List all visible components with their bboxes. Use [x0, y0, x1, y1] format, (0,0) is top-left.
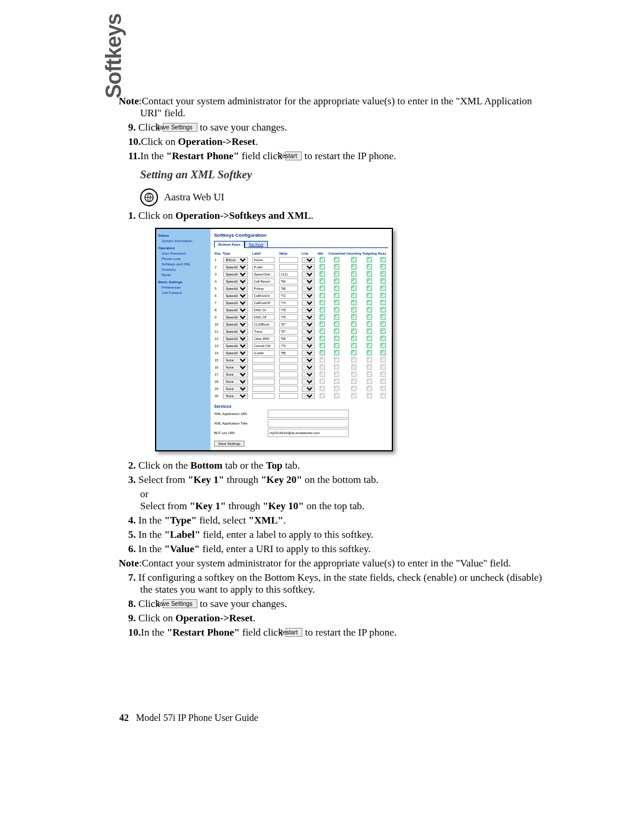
- label-input[interactable]: [252, 350, 275, 356]
- busy-checkbox[interactable]: [380, 278, 386, 284]
- ss-save-button[interactable]: Save Settings: [214, 441, 244, 447]
- idle-checkbox[interactable]: [320, 257, 325, 262]
- busy-checkbox[interactable]: [380, 357, 386, 363]
- label-input[interactable]: [252, 271, 275, 277]
- type-select[interactable]: Speeddial: [223, 307, 248, 313]
- sidebar-item[interactable]: Softkeys and XML: [158, 262, 209, 267]
- incoming-checkbox[interactable]: [351, 307, 357, 312]
- save-settings-button[interactable]: Save Settings: [163, 123, 197, 132]
- type-select[interactable]: None: [223, 371, 248, 377]
- tab-bottom-keys[interactable]: Bottom Keys: [214, 241, 244, 248]
- outgoing-checkbox[interactable]: [367, 300, 372, 305]
- incoming-checkbox[interactable]: [351, 350, 357, 355]
- sidebar-item[interactable]: System Information: [158, 239, 209, 244]
- busy-checkbox[interactable]: [380, 257, 386, 262]
- value-input[interactable]: [279, 393, 298, 399]
- idle-checkbox[interactable]: [320, 343, 325, 348]
- sidebar-item[interactable]: Directory: [158, 267, 209, 272]
- outgoing-checkbox[interactable]: [367, 393, 372, 398]
- incoming-checkbox[interactable]: [351, 379, 357, 384]
- outgoing-checkbox[interactable]: [367, 371, 372, 377]
- type-select[interactable]: None: [223, 386, 248, 392]
- type-select[interactable]: Speeddial: [223, 264, 248, 270]
- restart-button[interactable]: Restart: [286, 628, 302, 637]
- type-select[interactable]: Speeddial: [223, 286, 248, 292]
- label-input[interactable]: [252, 314, 275, 320]
- sidebar-item[interactable]: Call Forward: [158, 290, 209, 296]
- incoming-checkbox[interactable]: [351, 386, 357, 391]
- label-input[interactable]: [252, 343, 275, 349]
- type-select[interactable]: Speeddial: [223, 350, 248, 356]
- label-input[interactable]: [252, 321, 275, 327]
- value-input[interactable]: [279, 343, 298, 349]
- type-select[interactable]: Speeddial: [223, 321, 248, 327]
- connected-checkbox[interactable]: [334, 336, 339, 341]
- idle-checkbox[interactable]: [320, 307, 325, 312]
- connected-checkbox[interactable]: [334, 264, 339, 270]
- type-select[interactable]: Speeddial: [223, 343, 248, 349]
- idle-checkbox[interactable]: [320, 371, 325, 377]
- line-select[interactable]: 1: [302, 371, 315, 377]
- busy-checkbox[interactable]: [380, 264, 386, 270]
- connected-checkbox[interactable]: [334, 343, 339, 348]
- line-select[interactable]: 1: [302, 300, 315, 306]
- value-input[interactable]: [279, 307, 298, 313]
- type-select[interactable]: Blf/List: [223, 257, 248, 263]
- line-select[interactable]: 1: [302, 350, 315, 356]
- outgoing-checkbox[interactable]: [367, 357, 372, 363]
- line-select[interactable]: 1: [302, 314, 315, 320]
- busy-checkbox[interactable]: [380, 307, 386, 312]
- idle-checkbox[interactable]: [320, 364, 325, 370]
- busy-checkbox[interactable]: [380, 314, 386, 320]
- incoming-checkbox[interactable]: [351, 278, 357, 284]
- save-settings-button[interactable]: Save Settings: [163, 599, 197, 608]
- line-select[interactable]: 1: [302, 393, 315, 399]
- svc-xml-title-input[interactable]: [268, 419, 349, 428]
- busy-checkbox[interactable]: [380, 293, 386, 298]
- idle-checkbox[interactable]: [320, 314, 325, 320]
- busy-checkbox[interactable]: [380, 286, 386, 291]
- type-select[interactable]: Speeddial: [223, 271, 248, 277]
- connected-checkbox[interactable]: [334, 379, 339, 384]
- connected-checkbox[interactable]: [334, 386, 339, 391]
- connected-checkbox[interactable]: [334, 364, 339, 370]
- outgoing-checkbox[interactable]: [367, 386, 372, 391]
- type-select[interactable]: None: [223, 379, 248, 385]
- label-input[interactable]: [252, 278, 275, 284]
- line-select[interactable]: 1: [302, 336, 315, 342]
- incoming-checkbox[interactable]: [351, 293, 357, 298]
- idle-checkbox[interactable]: [320, 300, 325, 305]
- idle-checkbox[interactable]: [320, 271, 325, 277]
- label-input[interactable]: [252, 257, 275, 263]
- label-input[interactable]: [252, 393, 275, 399]
- label-input[interactable]: [252, 364, 275, 370]
- busy-checkbox[interactable]: [380, 336, 386, 341]
- type-select[interactable]: Speeddial: [223, 314, 248, 320]
- incoming-checkbox[interactable]: [351, 364, 357, 370]
- sidebar-item[interactable]: Reset: [158, 272, 209, 278]
- svc-xml-uri-input[interactable]: [268, 410, 349, 418]
- outgoing-checkbox[interactable]: [367, 314, 372, 320]
- svc-blf-input[interactable]: [268, 429, 349, 437]
- type-select[interactable]: Speeddial: [223, 278, 248, 284]
- line-select[interactable]: 1: [302, 364, 315, 370]
- incoming-checkbox[interactable]: [351, 300, 357, 305]
- outgoing-checkbox[interactable]: [367, 293, 372, 298]
- busy-checkbox[interactable]: [380, 300, 386, 305]
- outgoing-checkbox[interactable]: [367, 264, 372, 270]
- value-input[interactable]: [279, 371, 298, 377]
- outgoing-checkbox[interactable]: [367, 307, 372, 312]
- outgoing-checkbox[interactable]: [367, 286, 372, 291]
- label-input[interactable]: [252, 307, 275, 313]
- idle-checkbox[interactable]: [320, 264, 325, 270]
- value-input[interactable]: [279, 321, 298, 327]
- value-input[interactable]: [279, 314, 298, 320]
- line-select[interactable]: 1: [302, 293, 315, 299]
- value-input[interactable]: [279, 336, 298, 342]
- value-input[interactable]: [279, 264, 298, 270]
- connected-checkbox[interactable]: [334, 329, 339, 334]
- connected-checkbox[interactable]: [334, 321, 339, 327]
- busy-checkbox[interactable]: [380, 271, 386, 277]
- line-select[interactable]: 1: [302, 278, 315, 284]
- outgoing-checkbox[interactable]: [367, 329, 372, 334]
